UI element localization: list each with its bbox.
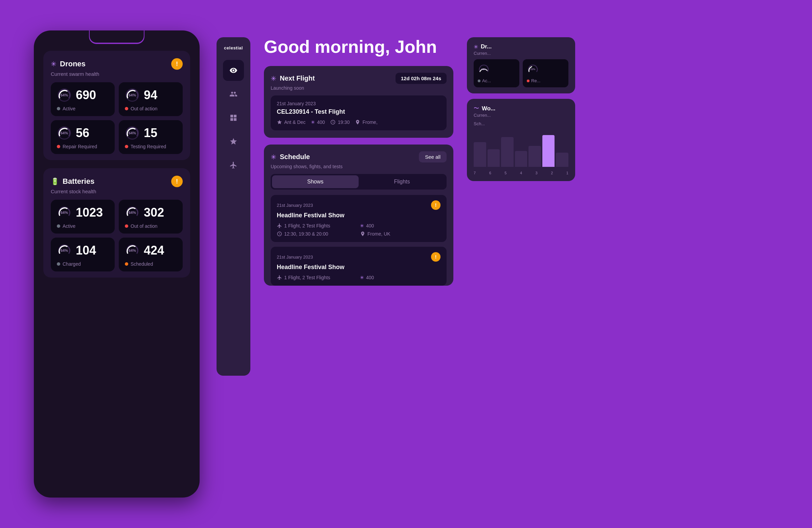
batteries-active-value: 1023 xyxy=(76,205,103,220)
batteries-active-label: Active xyxy=(57,223,108,229)
event-date-2: 21st January 2023 ! xyxy=(277,252,440,262)
flight-performers: Ant & Dec xyxy=(277,119,305,125)
svg-text:64%: 64% xyxy=(129,131,136,135)
right-drones-icon: ✳ xyxy=(474,44,478,50)
status-dot-red-2 xyxy=(57,145,60,148)
gauge-icon-7: 64% xyxy=(57,243,72,258)
schedule-tabs: Shows Flights xyxy=(271,174,447,189)
clock-icon xyxy=(330,119,336,125)
event-drone-icon-2: ✳ xyxy=(360,275,364,280)
right-drones-subtitle: Curren... xyxy=(474,51,568,56)
drones-active-value: 690 xyxy=(76,88,96,102)
batteries-charged-card: 64% 104 Charged xyxy=(51,238,115,271)
takeoff-icon xyxy=(277,223,282,228)
eye-icon xyxy=(229,66,237,74)
svg-text:64%: 64% xyxy=(129,248,136,253)
drones-out-value: 94 xyxy=(144,88,157,102)
event-flights-1: 1 Flight, 2 Test Flights xyxy=(277,223,357,228)
event-alert-2: ! xyxy=(431,252,440,262)
drones-testing-label: Testing Required xyxy=(125,144,177,149)
event-meta-2: 1 Flight, 2 Test Flights ✳ 400 xyxy=(277,275,440,280)
next-flight-card: ✳ Next Flight 12d 02h 08m 24s Launching … xyxy=(264,66,453,138)
drones-subtitle: Current swarm health xyxy=(51,71,183,77)
battery-icon: 🔋 xyxy=(51,177,59,185)
sidebar: celestial xyxy=(217,37,250,376)
flight-date: 21st January 2023 xyxy=(277,101,440,106)
flight-meta: Ant & Dec ✳ 400 19:30 Frome, xyxy=(277,119,440,125)
schedule-title: Schedule xyxy=(280,153,310,161)
greeting-text: Good morning, John xyxy=(264,37,453,57)
location-icon xyxy=(355,119,360,125)
takeoff-icon-2 xyxy=(277,275,282,280)
right-workout-title: Wo... xyxy=(482,105,495,112)
batteries-alert-badge: ! xyxy=(171,176,183,187)
next-flight-icon: ✳ xyxy=(271,74,276,83)
batteries-stat-grid: 64% 1023 Active 64% xyxy=(51,200,183,271)
phone-mockup: ✳ Drones ! Current swarm health 64% xyxy=(34,30,200,498)
status-dot-gray-3 xyxy=(57,262,60,266)
flight-detail-card: 21st January 2023 CEL230914 - Test Fligh… xyxy=(271,96,447,130)
sidebar-item-grid[interactable] xyxy=(223,107,244,128)
sidebar-item-people[interactable] xyxy=(223,84,244,104)
status-dot-red-3 xyxy=(125,145,128,148)
event-time-1: 12:30, 19:30 & 20:00 xyxy=(277,231,357,237)
brand-label: celestial xyxy=(224,45,243,51)
sidebar-item-star[interactable] xyxy=(223,131,244,152)
drones-section: ✳ Drones ! Current swarm health 64% xyxy=(43,51,190,160)
star-meta-icon xyxy=(277,119,282,125)
right-gauge-2: 23% xyxy=(527,63,539,75)
batteries-scheduled-value: 424 xyxy=(144,243,164,258)
batteries-scheduled-card: 64% 424 Scheduled xyxy=(119,238,183,271)
gauge-icon-5: 64% xyxy=(57,205,72,220)
batteries-section: 🔋 Batteries ! Current stock health 64% 1… xyxy=(43,168,190,277)
batteries-charged-value: 104 xyxy=(76,243,96,258)
drones-active-card: 64% 690 Active xyxy=(51,82,115,116)
batteries-active-card: 64% 1023 Active xyxy=(51,200,115,233)
tab-flights[interactable]: Flights xyxy=(359,175,445,188)
tab-shows[interactable]: Shows xyxy=(272,175,359,188)
gauge-icon-8: 64% xyxy=(125,243,140,258)
drones-repair-label: Repair Required xyxy=(57,144,108,149)
status-dot-red-4 xyxy=(125,224,128,228)
gauge-icon-2: 64% xyxy=(125,88,140,102)
see-all-button[interactable]: See all xyxy=(419,151,447,162)
svg-text:64%: 64% xyxy=(129,93,136,97)
batteries-subtitle: Current stock health xyxy=(51,188,183,194)
right-drones-title: Dr... xyxy=(481,43,492,50)
event-flights-2: 1 Flight, 2 Test Flights xyxy=(277,275,357,280)
batteries-title: Batteries xyxy=(62,177,95,186)
batteries-out-label: Out of action xyxy=(125,223,177,229)
drones-stat-grid: 64% 690 Active xyxy=(51,82,183,154)
gauge-icon-6: 64% xyxy=(125,205,140,220)
batteries-scheduled-label: Scheduled xyxy=(125,261,177,267)
event-clock-icon-1 xyxy=(277,231,282,237)
sidebar-item-flight[interactable] xyxy=(223,155,244,176)
event-drones-2: ✳ 400 xyxy=(360,275,440,280)
batteries-out-card: 64% 302 Out of action xyxy=(119,200,183,233)
next-flight-subtitle: Launching soon xyxy=(271,85,447,91)
schedule-card: ✳ Schedule See all Upcoming shows, fight… xyxy=(264,144,453,286)
status-dot-orange-1 xyxy=(125,262,128,266)
right-workout-subtitle: Curren... xyxy=(474,113,568,118)
flight-location: Frome, xyxy=(355,119,377,125)
svg-text:64%: 64% xyxy=(61,93,68,97)
schedule-icon: ✳ xyxy=(271,153,276,161)
event-meta-1: 1 Flight, 2 Test Flights ✳ 400 12:30, 19… xyxy=(277,223,440,237)
gauge-icon-4: 64% xyxy=(125,126,140,141)
people-icon xyxy=(229,90,237,98)
grid-icon xyxy=(229,114,237,122)
main-content: Good morning, John ✳ Next Flight 12d 02h… xyxy=(264,37,453,376)
svg-text:64%: 64% xyxy=(129,211,136,215)
event-card-2: 21st January 2023 ! Headline Festival Sh… xyxy=(271,247,447,286)
right-panel: ✳ Dr... Curren... 92% Ac... xyxy=(467,37,575,376)
right-card-workout: 〜 Wo... Curren... Sch... 7654321 xyxy=(467,99,575,181)
event-title-1: Headline Festival Show xyxy=(277,212,440,219)
event-date-1: 21st January 2023 ! xyxy=(277,200,440,210)
svg-text:92%: 92% xyxy=(481,68,487,71)
next-flight-title: Next Flight xyxy=(280,74,315,82)
svg-text:64%: 64% xyxy=(61,211,68,215)
svg-text:64%: 64% xyxy=(61,131,68,135)
drone-count-icon: ✳ xyxy=(311,119,315,125)
sidebar-item-eye[interactable] xyxy=(223,60,244,81)
event-card-1: 21st January 2023 ! Headline Festival Sh… xyxy=(271,195,447,242)
